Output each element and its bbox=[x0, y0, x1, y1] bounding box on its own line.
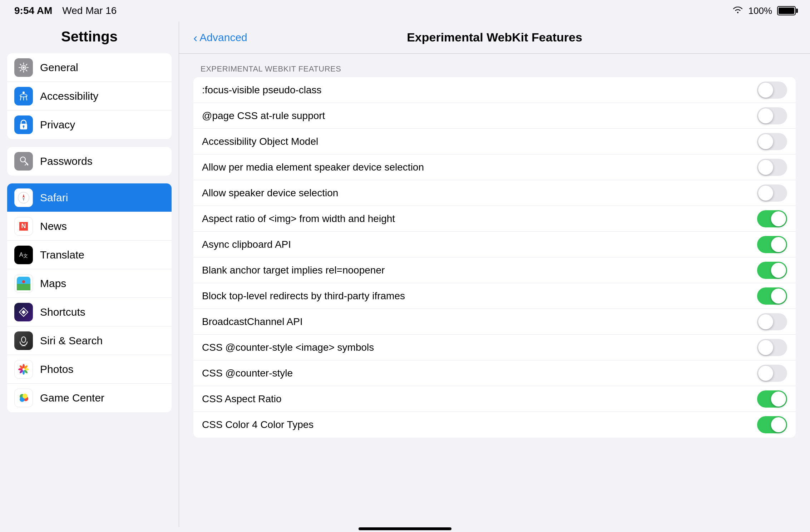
back-chevron-icon: ‹ bbox=[193, 31, 197, 44]
sidebar-item-maps-label: Maps bbox=[40, 277, 66, 290]
feature-label: Aspect ratio of <img> from width and hei… bbox=[202, 213, 395, 225]
feature-label: @page CSS at-rule support bbox=[202, 110, 325, 122]
settings-group-3: Safari N News A 文 bbox=[7, 183, 172, 412]
feature-toggle[interactable] bbox=[757, 416, 787, 433]
maps-icon bbox=[14, 274, 33, 293]
toggle-knob bbox=[771, 211, 786, 226]
feature-toggle[interactable] bbox=[757, 82, 787, 99]
svg-point-3 bbox=[23, 92, 25, 94]
feature-item: :focus-visible pseudo-class bbox=[193, 77, 796, 103]
sidebar-item-safari-label: Safari bbox=[40, 192, 68, 204]
sidebar-item-general[interactable]: General bbox=[7, 53, 172, 82]
feature-label: Allow speaker device selection bbox=[202, 187, 338, 199]
svg-text:N: N bbox=[21, 222, 26, 230]
feature-toggle[interactable] bbox=[757, 184, 787, 202]
sidebar-item-safari[interactable]: Safari bbox=[7, 183, 172, 212]
sidebar-item-translate-label: Translate bbox=[40, 249, 84, 261]
svg-rect-23 bbox=[17, 284, 30, 290]
sidebar-item-passwords[interactable]: Passwords bbox=[7, 147, 172, 176]
feature-label: CSS @counter-style <image> symbols bbox=[202, 342, 374, 353]
sidebar-item-accessibility-label: Accessibility bbox=[40, 90, 98, 102]
sidebar-item-photos[interactable]: Photos bbox=[7, 355, 172, 384]
news-icon: N bbox=[14, 217, 33, 236]
sidebar-item-gamecenter-label: Game Center bbox=[40, 392, 104, 404]
toggle-knob bbox=[758, 366, 773, 381]
feature-toggle[interactable] bbox=[757, 236, 787, 253]
feature-label: Blank anchor target implies rel=noopener bbox=[202, 265, 385, 276]
battery-icon bbox=[777, 6, 796, 15]
settings-group-2: Passwords bbox=[7, 147, 172, 176]
toggle-knob bbox=[758, 108, 773, 123]
home-indicator bbox=[359, 527, 451, 530]
feature-toggle[interactable] bbox=[757, 210, 787, 227]
toggle-knob bbox=[771, 289, 786, 304]
section-header: EXPERIMENTAL WEBKIT FEATURES bbox=[193, 64, 796, 74]
status-bar: 9:54 AM Wed Mar 16 100% bbox=[0, 0, 810, 21]
sidebar-item-siri[interactable]: Siri & Search bbox=[7, 326, 172, 355]
feature-toggle[interactable] bbox=[757, 107, 787, 124]
feature-toggle[interactable] bbox=[757, 262, 787, 279]
feature-item: CSS Color 4 Color Types bbox=[193, 412, 796, 438]
feature-toggle[interactable] bbox=[757, 159, 787, 176]
feature-toggle[interactable] bbox=[757, 313, 787, 330]
sidebar-item-gamecenter[interactable]: Game Center bbox=[7, 384, 172, 412]
svg-text:A: A bbox=[19, 252, 23, 258]
toggle-knob bbox=[758, 160, 773, 175]
settings-group-1: General Accessibility bbox=[7, 53, 172, 139]
siri-icon bbox=[14, 331, 33, 350]
feature-toggle[interactable] bbox=[757, 287, 787, 305]
toggle-knob bbox=[758, 83, 773, 98]
sidebar-item-news[interactable]: N News bbox=[7, 212, 172, 241]
toggle-knob bbox=[758, 340, 773, 355]
feature-label: BroadcastChannel API bbox=[202, 316, 303, 327]
sidebar-item-accessibility[interactable]: Accessibility bbox=[7, 82, 172, 110]
status-time: 9:54 AM bbox=[14, 5, 52, 16]
feature-item: CSS Aspect Ratio bbox=[193, 386, 796, 412]
feature-item: Allow speaker device selection bbox=[193, 180, 796, 206]
toggle-knob bbox=[758, 186, 773, 201]
feature-label: :focus-visible pseudo-class bbox=[202, 84, 322, 96]
sidebar-item-privacy[interactable]: Privacy bbox=[7, 110, 172, 139]
feature-item: Accessibility Object Model bbox=[193, 129, 796, 154]
toggle-knob bbox=[758, 314, 773, 329]
feature-toggle[interactable] bbox=[757, 339, 787, 356]
feature-toggle[interactable] bbox=[757, 365, 787, 382]
feature-label: Block top-level redirects by third-party… bbox=[202, 290, 405, 302]
right-panel: ‹ Advanced Experimental WebKit Features … bbox=[179, 21, 810, 527]
status-right: 100% bbox=[732, 5, 796, 16]
safari-icon bbox=[14, 188, 33, 207]
feature-label: CSS Aspect Ratio bbox=[202, 393, 282, 405]
back-label: Advanced bbox=[199, 31, 247, 44]
feature-label: Accessibility Object Model bbox=[202, 136, 318, 147]
photos-icon bbox=[14, 360, 33, 379]
svg-point-0 bbox=[23, 66, 25, 69]
general-icon bbox=[14, 58, 33, 77]
status-date: Wed Mar 16 bbox=[62, 5, 117, 16]
svg-point-25 bbox=[21, 337, 26, 343]
right-content: EXPERIMENTAL WEBKIT FEATURES :focus-visi… bbox=[179, 54, 810, 527]
feature-item: @page CSS at-rule support bbox=[193, 103, 796, 129]
sidebar-item-shortcuts[interactable]: Shortcuts bbox=[7, 298, 172, 326]
feature-item: Aspect ratio of <img> from width and hei… bbox=[193, 206, 796, 232]
toggle-knob bbox=[771, 263, 786, 278]
toggle-knob bbox=[771, 417, 786, 432]
left-panel: Settings General bbox=[0, 21, 179, 527]
svg-line-13 bbox=[25, 164, 26, 165]
feature-item: CSS @counter-style bbox=[193, 360, 796, 386]
feature-toggle[interactable] bbox=[757, 390, 787, 408]
sidebar-item-shortcuts-label: Shortcuts bbox=[40, 306, 85, 318]
bottom-bar bbox=[0, 527, 810, 532]
sidebar-item-passwords-label: Passwords bbox=[40, 155, 93, 167]
wifi-icon bbox=[732, 5, 744, 16]
sidebar-item-maps[interactable]: Maps bbox=[7, 269, 172, 298]
sidebar-item-photos-label: Photos bbox=[40, 363, 73, 375]
back-button[interactable]: ‹ Advanced bbox=[193, 31, 247, 44]
privacy-icon bbox=[14, 115, 33, 134]
sidebar-item-translate[interactable]: A 文 Translate bbox=[7, 241, 172, 269]
svg-point-41 bbox=[23, 394, 28, 399]
feature-toggle[interactable] bbox=[757, 133, 787, 150]
gamecenter-icon bbox=[14, 389, 33, 407]
settings-title: Settings bbox=[7, 29, 172, 45]
feature-label: CSS Color 4 Color Types bbox=[202, 419, 313, 430]
feature-item: Allow per media element speaker device s… bbox=[193, 154, 796, 180]
